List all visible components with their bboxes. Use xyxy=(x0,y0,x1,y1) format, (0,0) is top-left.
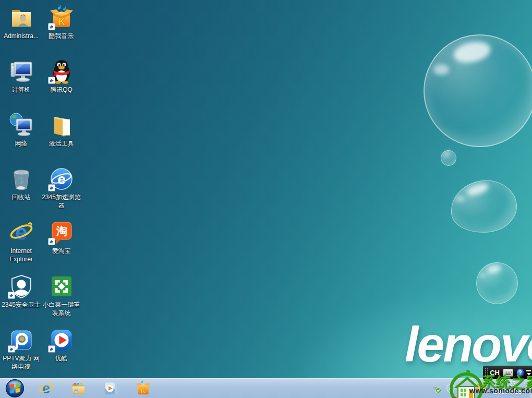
language-indicator[interactable]: CH xyxy=(490,369,500,377)
taskbar-internet-explorer[interactable]: e xyxy=(34,380,57,397)
bubble-small xyxy=(441,150,456,166)
desktop-icon-recycle-bin[interactable]: 回收站 xyxy=(2,163,41,217)
svg-text:e: e xyxy=(42,380,50,396)
icon-label: Administra... xyxy=(4,32,39,40)
desktop-icon-xiaobaicai[interactable]: 小白菜一键重装系统 xyxy=(42,271,81,324)
desktop-icon-aitaobao[interactable]: 淘 爱淘宝 xyxy=(42,217,81,271)
desktop-icon-2345-browser[interactable]: e 2345加速浏览器 xyxy=(42,163,81,217)
svg-text:e: e xyxy=(15,220,27,245)
clock-date: 2016/9/18 xyxy=(488,388,528,396)
shortcut-arrow-icon xyxy=(48,77,55,84)
user-folder-icon xyxy=(9,5,34,30)
pptv-icon xyxy=(9,328,34,353)
desktop-icon-pptv[interactable]: PPTV聚力 网络电视 xyxy=(2,324,41,378)
usb-safely-remove-icon[interactable] xyxy=(432,384,441,393)
language-bar[interactable]: CH ? xyxy=(483,366,532,379)
windows-flag-red xyxy=(10,384,15,389)
svg-text:K: K xyxy=(57,16,65,27)
desktop-icon-internet-explorer[interactable]: e Internet Explorer xyxy=(2,217,41,271)
kuwo-music-icon: K xyxy=(49,5,74,30)
clock-time: 19:23 xyxy=(488,380,528,388)
computer-monitor-icon xyxy=(9,59,34,84)
language-bar-minimize[interactable] xyxy=(526,370,531,371)
youku-icon xyxy=(49,328,74,353)
system-tray xyxy=(432,384,491,393)
bubble-round xyxy=(476,262,518,304)
desktop-icon-grid: Administra... K 酷我音乐 xyxy=(1,2,81,378)
taskbar-kuwo-music[interactable]: K xyxy=(131,380,154,397)
2345-browser-icon: e xyxy=(49,166,74,191)
bubble-large xyxy=(424,34,532,147)
aitaobao-icon: 淘 xyxy=(49,220,74,245)
keyboard-icon[interactable] xyxy=(503,369,513,377)
desktop-icon-2345-security[interactable]: 2345安全卫士 xyxy=(2,271,41,324)
svg-text:K: K xyxy=(140,387,146,395)
desktop-icon-youku[interactable]: 优酷 xyxy=(42,324,81,378)
desktop-icon-kuwo[interactable]: K 酷我音乐 xyxy=(42,2,81,56)
open-folder-icon xyxy=(49,113,74,138)
desktop-icon-computer[interactable]: 计算机 xyxy=(2,56,41,110)
network-globe-icon xyxy=(9,113,34,138)
xiaobaicai-icon xyxy=(49,274,74,299)
shortcut-arrow-icon xyxy=(48,23,55,30)
shortcut-arrow-icon xyxy=(48,238,55,245)
language-bar-options-arrow[interactable] xyxy=(527,373,531,376)
shortcut-arrow-icon xyxy=(8,292,15,299)
security-shield-icon xyxy=(9,274,34,299)
desktop-icon-network[interactable]: 网络 xyxy=(2,110,41,163)
recycle-bin-icon xyxy=(9,166,34,191)
desktop-icon-qq[interactable]: 腾讯QQ xyxy=(42,56,81,110)
qq-penguin-icon xyxy=(49,59,74,84)
desktop-icon-activation-tools[interactable]: 激活工具 xyxy=(42,110,81,163)
2345-shield-tray-icon[interactable] xyxy=(446,384,455,393)
taskbar-windows-media-player[interactable] xyxy=(99,380,122,397)
start-button[interactable] xyxy=(5,379,25,398)
language-bar-grip[interactable] xyxy=(485,368,488,377)
internet-explorer-icon: e xyxy=(9,220,34,245)
show-desktop-button[interactable] xyxy=(529,378,532,398)
shortcut-arrow-icon xyxy=(8,345,15,353)
desktop-icon-administrator[interactable]: Administra... xyxy=(2,2,41,56)
lenovo-logo: lenovo xyxy=(405,316,532,373)
app-error-tray-icon[interactable] xyxy=(477,384,486,393)
shortcut-arrow-icon xyxy=(48,184,55,191)
taskbar-windows-explorer[interactable] xyxy=(67,380,90,397)
taskbar-clock[interactable]: 19:23 2016/9/18 xyxy=(488,380,528,396)
svg-text:淘: 淘 xyxy=(56,225,67,237)
shortcut-arrow-icon xyxy=(48,345,55,353)
help-icon[interactable]: ? xyxy=(516,368,524,377)
